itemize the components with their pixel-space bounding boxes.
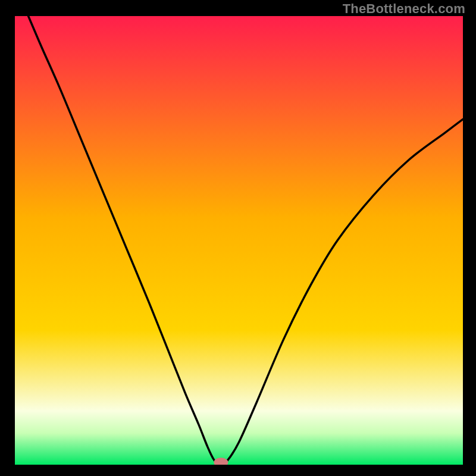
chart-frame: TheBottleneck.com xyxy=(0,0,476,476)
watermark-text: TheBottleneck.com xyxy=(343,1,465,17)
frame-bar xyxy=(0,0,15,476)
frame-bar xyxy=(463,0,476,476)
plot-background xyxy=(15,16,463,465)
bottleneck-curve-chart xyxy=(0,0,476,476)
frame-bar xyxy=(0,465,476,476)
